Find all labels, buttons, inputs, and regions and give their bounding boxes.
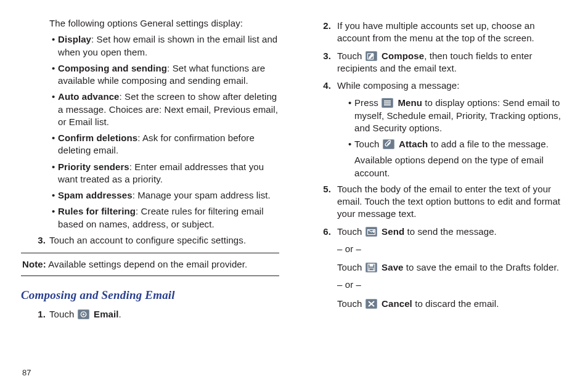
step-number: 3. [32,234,46,247]
bullet-dot: • [52,205,55,218]
bullet-dot: • [52,132,55,144]
note-label: Note: [22,259,46,269]
step-text: Touch the body of the email to enter the… [337,184,560,219]
t: to send the message. [404,226,497,237]
step-text-c: . [119,309,121,319]
step-6-cancel: Touch Cancel to discard the email. [309,298,567,310]
step-6-save: Touch Save to save the email to the Draf… [309,261,567,274]
step-number: 1. [32,308,46,321]
t: Touch [337,51,365,61]
bullet-dot: • [348,97,351,109]
sub-bullet-attach-note: Available options depend on the type of … [309,154,567,179]
t: Touch [354,139,382,149]
step-3: 3. Touch an account to configure specifi… [21,234,279,247]
svg-rect-9 [369,268,374,271]
t: Menu [398,97,422,108]
bullet-auto-advance: • Auto advance: Set the screen to show a… [21,91,279,128]
t: Save [382,262,403,272]
term: Spam addresses [58,190,133,200]
t: to discard the email. [412,298,499,309]
note-box: Note: Available settings depend on the e… [21,253,279,276]
t: Send [382,226,404,237]
bullet-spam: • Spam addresses: Manage your spam addre… [21,189,279,202]
bullet-rules: • Rules for filtering: Create rules for … [21,205,279,231]
section-heading: Composing and Sending Email [21,287,279,303]
step-number: 4. [317,80,331,92]
save-icon [365,263,377,272]
t: Touch [337,226,365,237]
menu-icon [382,98,393,108]
term: Auto advance [58,91,120,102]
note-text: Available settings depend on the email p… [46,259,248,269]
page-number: 87 [22,367,31,378]
svg-rect-4 [384,102,391,104]
bullet-dot: • [52,33,55,46]
step-6: 6. Touch Send to send the message. [309,226,567,238]
bullet-dot: • [52,91,55,103]
step-5: 5. Touch the body of the email to enter … [309,183,567,221]
step-1: 1. Touch Email. [21,308,279,321]
desc: : Manage your spam address list. [133,190,271,200]
bullet-composing: • Composing and sending: Set what functi… [21,62,279,88]
step-number: 3. [317,50,331,62]
step-text-a: Touch [49,309,77,319]
sub-bullet-attach: • Touch Attach to add a file to the mess… [309,138,567,150]
step-2: 2. If you have multiple accounts set up,… [309,20,567,45]
t: Cancel [382,298,412,309]
step-text: If you have multiple accounts set up, ch… [337,20,535,43]
sub-bullet-menu: • Press Menu to display options: Send em… [309,97,567,134]
step-text: Touch an account to configure specific s… [49,235,246,245]
svg-point-1 [83,313,84,315]
step-number: 6. [317,226,331,238]
term: Display [58,34,91,44]
attach-icon [383,139,394,149]
t: to add a file to the message. [428,139,549,149]
desc: : Set how email is shown in the email li… [58,34,277,57]
svg-rect-5 [384,105,391,106]
bullet-display: • Display: Set how email is shown in the… [21,33,279,59]
t: Touch [337,262,365,272]
t: Attach [399,139,428,149]
bullet-dot: • [52,161,55,173]
bullet-dot: • [52,62,55,75]
compose-icon [365,51,377,61]
t: to save the email to the Drafts folder. [404,262,559,272]
bullet-priority-senders: • Priority senders: Enter email addresse… [21,161,279,186]
bullet-dot: • [348,138,351,150]
t: Press [354,97,381,108]
term: Rules for filtering [58,206,136,216]
term: Composing and sending [58,63,167,73]
svg-rect-8 [369,264,373,267]
t: Touch [337,298,365,309]
step-number: 5. [317,183,331,195]
or-divider: – or – [309,279,567,291]
send-icon [365,227,377,237]
manual-page: The following options General settings d… [0,0,588,392]
or-divider: – or – [309,243,567,255]
term: Confirm deletions [58,133,137,143]
email-icon [78,309,89,319]
svg-rect-3 [384,100,391,102]
step-text: While composing a message: [337,80,460,91]
bullet-dot: • [52,189,55,202]
step-3r: 3. Touch Compose, then touch fields to e… [309,50,567,75]
step-4: 4. While composing a message: [309,80,567,92]
t: Compose [382,51,424,61]
cancel-icon [365,299,377,309]
step-number: 2. [317,20,331,32]
bullet-confirm-deletions: • Confirm deletions: Ask for confirmatio… [21,132,279,157]
t: Available options depend on the type of … [354,155,544,178]
left-column: The following options General settings d… [21,17,279,392]
right-column: 2. If you have multiple accounts set up,… [309,17,567,392]
intro-text: The following options General settings d… [21,17,279,30]
term: Priority senders [58,161,129,172]
step-text-b: Email [94,309,119,319]
